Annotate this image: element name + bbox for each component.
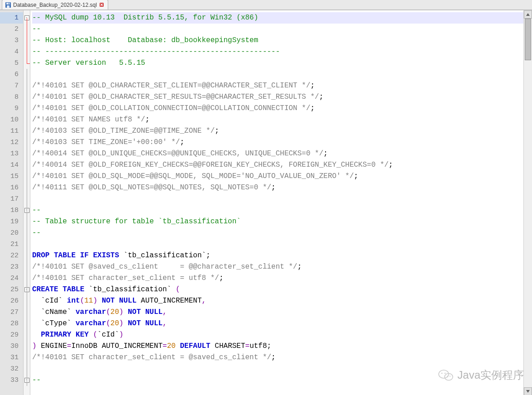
code-line[interactable]: -- -------------------------------------… <box>32 46 523 58</box>
code-token: NOT <box>128 308 141 316</box>
code-token: ENGINE <box>37 342 67 350</box>
code-content[interactable]: -- MySQL dump 10.13 Distrib 5.5.15, for … <box>30 10 523 395</box>
line-number-gutter[interactable]: 1234567891011121314151617181920212223242… <box>0 10 24 395</box>
code-line[interactable]: /*!40014 SET @OLD_UNIQUE_CHECKS=@@UNIQUE… <box>32 148 523 159</box>
code-token: ( <box>176 285 180 294</box>
code-line[interactable]: PRIMARY KEY (`cId`) <box>32 329 523 341</box>
fold-cell <box>24 69 30 80</box>
code-token: = <box>245 342 250 350</box>
code-line[interactable]: /*!40101 SET character_set_client = utf8… <box>32 273 523 284</box>
fold-cell <box>24 250 30 261</box>
line-number: 31 <box>0 352 23 363</box>
code-token: ; <box>219 274 224 282</box>
code-token: ; <box>311 82 315 90</box>
code-token: `cType` <box>32 319 76 328</box>
fold-column[interactable]: ---- <box>24 10 30 395</box>
scroll-thumb[interactable] <box>525 19 531 60</box>
code-line[interactable]: /*!40101 SET @saved_cs_client = @@charac… <box>32 261 523 273</box>
code-token: ) <box>93 297 97 305</box>
code-line[interactable]: `cId` int(11) NOT NULL AUTO_INCREMENT, <box>32 295 523 307</box>
code-line[interactable]: /*!40101 SET NAMES utf8 */; <box>32 114 523 125</box>
code-token: /*!40014 SET @OLD_FOREIGN_KEY_CHECKS=@@F… <box>32 161 388 169</box>
code-line[interactable] <box>32 239 523 250</box>
vertical-scrollbar[interactable] <box>523 10 532 395</box>
code-token: -- <box>32 25 41 33</box>
code-line[interactable]: -- Server version 5.5.15 <box>32 58 523 69</box>
code-token: -- MySQL dump 10.13 Distrib 5.5.15, for … <box>32 14 258 22</box>
line-number: 23 <box>0 261 23 273</box>
fold-cell <box>24 318 30 329</box>
scroll-down-button[interactable] <box>524 387 532 395</box>
code-line[interactable]: /*!40101 SET @OLD_CHARACTER_SET_CLIENT=@… <box>32 80 523 92</box>
code-token: ; <box>354 172 359 180</box>
fold-cell <box>24 171 30 182</box>
scroll-up-button[interactable] <box>524 10 532 19</box>
code-line[interactable]: DROP TABLE IF EXISTS `tb_classification`… <box>32 250 523 261</box>
line-number: 8 <box>0 92 23 103</box>
code-token <box>49 251 54 260</box>
fold-cell <box>24 341 30 352</box>
code-token <box>141 308 145 316</box>
code-token: IF <box>80 251 89 260</box>
line-number: 32 <box>0 363 23 375</box>
code-token: ; <box>388 161 393 169</box>
tab-filename: Database_Backup_2020-02-12.sql <box>13 2 97 8</box>
code-line[interactable]: /*!40101 SET character_set_client = @sav… <box>32 352 523 363</box>
code-line[interactable] <box>32 363 523 375</box>
code-line[interactable]: `cName` varchar(20) NOT NULL, <box>32 307 523 318</box>
code-token: = <box>163 342 167 350</box>
code-token <box>89 251 93 260</box>
line-number: 29 <box>0 329 23 341</box>
code-line[interactable]: `cType` varchar(20) NOT NULL, <box>32 318 523 329</box>
code-line[interactable]: CREATE TABLE `tb_classification` ( <box>32 284 523 295</box>
code-line[interactable]: -- Table structure for table `tb_classif… <box>32 216 523 227</box>
code-token: AUTO_INCREMENT <box>136 297 201 305</box>
code-line[interactable] <box>32 193 523 205</box>
code-token: /*!40101 SET @OLD_CHARACTER_SET_RESULTS=… <box>32 93 319 101</box>
code-line[interactable]: /*!40103 SET @OLD_TIME_ZONE=@@TIME_ZONE … <box>32 125 523 137</box>
tab-bar: Database_Backup_2020-02-12.sql <box>0 0 532 10</box>
code-token: /*!40111 SET @OLD_SQL_NOTES=@@SQL_NOTES,… <box>32 183 271 192</box>
line-number: 22 <box>0 250 23 261</box>
tab-close-icon[interactable] <box>100 3 104 7</box>
code-token: ) <box>119 308 124 316</box>
code-token <box>71 331 76 339</box>
code-token: -- Host: localhost Database: db_bookkeep… <box>32 36 258 44</box>
code-line[interactable]: -- MySQL dump 10.13 Distrib 5.5.15, for … <box>32 12 523 24</box>
code-line[interactable]: ) ENGINE=InnoDB AUTO_INCREMENT=20 DEFAUL… <box>32 341 523 352</box>
code-token: ) <box>119 319 124 328</box>
code-token: /*!40103 SET @OLD_TIME_ZONE=@@TIME_ZONE … <box>32 127 215 135</box>
code-token: ( <box>80 297 85 305</box>
code-line[interactable]: -- <box>32 375 523 386</box>
fold-cell <box>24 216 30 227</box>
code-token: varchar <box>76 308 106 316</box>
line-number: 15 <box>0 171 23 182</box>
code-token: TABLE <box>54 251 76 260</box>
fold-cell <box>24 193 30 205</box>
code-token <box>115 297 119 305</box>
code-token <box>76 251 80 260</box>
line-number: 16 <box>0 182 23 193</box>
code-line[interactable]: /*!40101 SET @OLD_COLLATION_CONNECTION=@… <box>32 103 523 114</box>
code-token: PRIMARY <box>41 331 71 339</box>
code-line[interactable]: /*!40101 SET @OLD_CHARACTER_SET_RESULTS=… <box>32 92 523 103</box>
code-token: ) <box>119 331 124 339</box>
fold-cell <box>24 103 30 114</box>
code-line[interactable]: -- <box>32 205 523 216</box>
code-line[interactable]: -- <box>32 227 523 239</box>
file-tab[interactable]: Database_Backup_2020-02-12.sql <box>2 0 108 10</box>
code-token: NOT <box>102 297 115 305</box>
line-number: 27 <box>0 307 23 318</box>
code-line[interactable]: /*!40111 SET @OLD_SQL_NOTES=@@SQL_NOTES,… <box>32 182 523 193</box>
code-token: ; <box>297 263 302 271</box>
code-line[interactable]: -- Host: localhost Database: db_bookkeep… <box>32 35 523 46</box>
code-line[interactable]: /*!40101 SET @OLD_SQL_MODE=@@SQL_MODE, S… <box>32 171 523 182</box>
code-line[interactable]: /*!40014 SET @OLD_FOREIGN_KEY_CHECKS=@@F… <box>32 159 523 171</box>
code-line[interactable]: /*!40103 SET TIME_ZONE='+00:00' */; <box>32 137 523 148</box>
code-token: , <box>202 297 206 305</box>
code-token: ) <box>32 342 37 350</box>
svg-rect-1 <box>6 3 10 5</box>
code-line[interactable] <box>32 69 523 80</box>
fold-cell <box>24 46 30 58</box>
code-line[interactable]: -- <box>32 24 523 35</box>
